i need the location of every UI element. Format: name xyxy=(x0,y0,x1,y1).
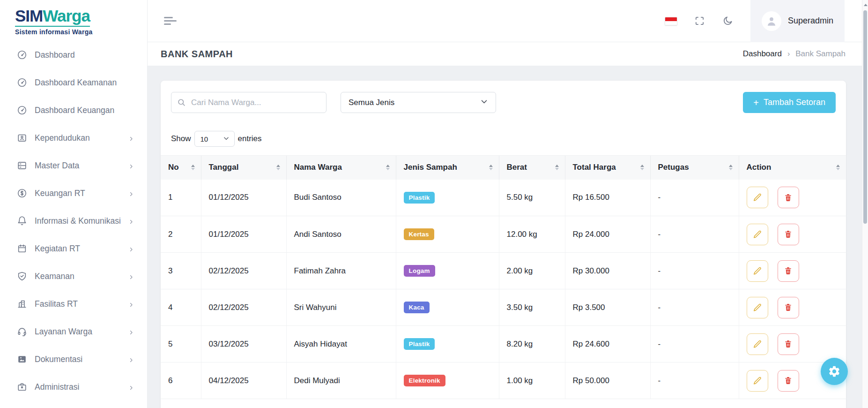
pencil-icon xyxy=(753,193,762,202)
jenis-filter-value: Semua Jenis xyxy=(349,98,480,107)
edit-button[interactable] xyxy=(747,297,768,318)
scrollbar-thumb[interactable] xyxy=(863,10,867,224)
cell-jenis: Plastik xyxy=(396,326,499,363)
chevron-right-icon xyxy=(128,356,134,362)
add-setoran-button[interactable]: + Tambah Setoran xyxy=(743,92,836,113)
sidebar-item-kependudukan[interactable]: Kependudukan xyxy=(0,124,147,152)
database-icon xyxy=(17,160,27,171)
cell-berat: 2.00 kg xyxy=(499,253,565,289)
sidebar-item-fasilitas-rt[interactable]: Fasilitas RT xyxy=(0,290,147,318)
column-header-no[interactable]: No xyxy=(161,156,201,180)
pencil-icon xyxy=(753,303,762,312)
column-header-total-harga[interactable]: Total Harga xyxy=(565,156,650,180)
cell-total: Rp 16.500 xyxy=(565,180,650,216)
sidebar-item-label: Keamanan xyxy=(35,272,128,281)
chevron-right-icon xyxy=(128,163,134,168)
sidebar-item-informasi-komunikasi[interactable]: Informasi & Komunikasi xyxy=(0,207,147,235)
cell-nama: Budi Santoso xyxy=(286,180,396,216)
delete-button[interactable] xyxy=(778,260,799,282)
shield-check-icon xyxy=(17,271,27,281)
entries-select[interactable]: 10 xyxy=(194,131,235,147)
delete-button[interactable] xyxy=(778,333,799,355)
cell-nama: Sri Wahyuni xyxy=(286,289,396,326)
column-header-action[interactable]: Action xyxy=(739,156,846,180)
breadcrumb-current: Bank Sampah xyxy=(795,49,846,59)
table-header-row: No Tanggal Nama Warga Jenis Sampah Berat… xyxy=(161,156,846,180)
pencil-icon xyxy=(753,266,762,276)
trash-icon xyxy=(784,193,793,202)
jenis-filter-select[interactable]: Semua Jenis xyxy=(341,92,496,113)
scrollbar[interactable] xyxy=(862,0,868,408)
sidebar-item-dokumentasi[interactable]: Dokumentasi xyxy=(0,346,147,373)
indonesia-flag-icon[interactable] xyxy=(665,17,677,25)
edit-button[interactable] xyxy=(747,187,768,208)
page-header: BANK SAMPAH Dashboard › Bank Sampah xyxy=(148,42,868,66)
edit-button[interactable] xyxy=(747,370,768,392)
topbar-right: Superadmin xyxy=(665,0,845,42)
cell-action xyxy=(739,326,846,363)
trash-icon xyxy=(784,266,793,275)
column-header-petugas[interactable]: Petugas xyxy=(650,156,739,180)
settings-fab[interactable] xyxy=(821,358,848,385)
sidebar-item-administrasi[interactable]: Administrasi xyxy=(0,373,147,401)
cell-nama: Dedi Mulyadi xyxy=(286,363,396,399)
sidebar-item-keamanan[interactable]: Keamanan xyxy=(0,263,147,290)
add-setoran-label: Tambah Setoran xyxy=(764,98,825,107)
app-logo[interactable]: SIMWarga Sistem informasi Warga xyxy=(0,0,147,39)
breadcrumb-dashboard-link[interactable]: Dashboard xyxy=(743,49,782,59)
entries-row: Show 10 entries xyxy=(161,131,846,147)
sidebar-item-label: Dashboard Keuangan xyxy=(35,106,134,115)
sidebar-item-dashboard[interactable]: Dashboard xyxy=(0,41,147,69)
jenis-badge: Kertas xyxy=(404,228,434,240)
sidebar-item-master-data[interactable]: Master Data xyxy=(0,152,147,180)
filter-row: Semua Jenis + Tambah Setoran xyxy=(161,81,846,113)
sidebar-item-kegiatan-rt[interactable]: Kegiatan RT xyxy=(0,235,147,263)
headset-icon xyxy=(17,326,27,337)
column-header-nama-warga[interactable]: Nama Warga xyxy=(286,156,396,180)
delete-button[interactable] xyxy=(778,370,799,392)
cell-total: Rp 3.500 xyxy=(565,289,650,326)
cell-jenis: Plastik xyxy=(396,180,499,216)
sidebar-item-dashboard-keamanan[interactable]: Dashboard Keamanan xyxy=(0,69,147,97)
edit-button[interactable] xyxy=(747,333,768,355)
chevron-right-icon xyxy=(128,218,134,224)
cell-tanggal: 02/12/2025 xyxy=(201,253,286,289)
user-menu[interactable]: Superadmin xyxy=(750,0,845,42)
sidebar-item-layanan-warga[interactable]: Layanan Warga xyxy=(0,318,147,346)
moon-icon[interactable] xyxy=(722,15,734,27)
sort-icon xyxy=(276,165,280,170)
edit-button[interactable] xyxy=(747,260,768,282)
sort-icon xyxy=(836,165,840,170)
delete-button[interactable] xyxy=(778,224,799,245)
cell-no: 4 xyxy=(161,289,201,326)
sidebar-item-dashboard-keuangan[interactable]: Dashboard Keuangan xyxy=(0,97,147,124)
search-input[interactable] xyxy=(171,92,326,113)
cell-action xyxy=(739,216,846,253)
chevron-down-icon xyxy=(480,98,488,108)
chevron-down-icon xyxy=(223,135,230,143)
cell-berat: 5.50 kg xyxy=(499,180,565,216)
pencil-icon xyxy=(753,376,762,385)
cell-total: Rp 24.000 xyxy=(565,216,650,253)
user-name: Superadmin xyxy=(788,16,833,26)
fullscreen-icon[interactable] xyxy=(694,15,705,27)
column-header-jenis-sampah[interactable]: Jenis Sampah xyxy=(396,156,499,180)
cell-nama: Aisyah Hidayat xyxy=(286,326,396,363)
sidebar-item-keuangan-rt[interactable]: Keuangan RT xyxy=(0,180,147,207)
menu-toggle-button[interactable] xyxy=(164,17,177,25)
cell-petugas: - xyxy=(650,363,739,399)
delete-button[interactable] xyxy=(778,297,799,318)
cell-total: Rp 24.600 xyxy=(565,326,650,363)
column-header-tanggal[interactable]: Tanggal xyxy=(201,156,286,180)
cell-petugas: - xyxy=(650,326,739,363)
edit-button[interactable] xyxy=(747,224,768,245)
scrollbar-up-icon[interactable] xyxy=(864,4,868,6)
chevron-right-icon xyxy=(128,301,134,307)
main-area: Superadmin BANK SAMPAH Dashboard › Bank … xyxy=(148,0,868,408)
cell-jenis: Logam xyxy=(396,253,499,289)
chevron-right-icon xyxy=(128,246,134,251)
cell-tanggal: 03/12/2025 xyxy=(201,326,286,363)
delete-button[interactable] xyxy=(778,187,799,208)
cell-jenis: Elektronik xyxy=(396,363,499,399)
column-header-berat[interactable]: Berat xyxy=(499,156,565,180)
